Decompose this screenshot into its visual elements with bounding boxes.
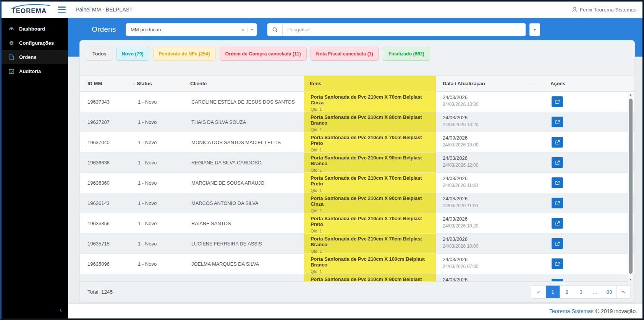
brand-footer-link[interactable]: Teorema Sistemas <box>549 308 594 314</box>
column-header-cliente[interactable]: Cliente <box>184 76 304 91</box>
menu-toggle-icon[interactable] <box>58 6 66 13</box>
cell-itens: Porta Sanfonada de Pvc 210cm X 80cm Belp… <box>304 112 436 132</box>
pagination-page-1[interactable]: 1 <box>545 286 560 298</box>
cell-id: 19637207 <box>80 112 130 132</box>
cell-cliente: RAIANE SANTOS <box>184 213 304 233</box>
chevron-down-icon: ▾ <box>534 28 536 32</box>
cell-itens: Porta Sanfonada de Pvc 210cm X 90cm Belp… <box>304 153 436 172</box>
filter-chip-novo[interactable]: Novo (79) <box>116 47 149 61</box>
external-link-icon <box>555 140 560 145</box>
total-count: Total: 1245 <box>87 289 113 295</box>
cell-itens: Porta Sanfonada de Pvc 210cm X 70cm Belp… <box>304 234 436 253</box>
sidebar: Dashboard ⚙ Configurações Ordens Aud <box>2 18 68 318</box>
pagination-page-83[interactable]: 83 <box>602 286 616 298</box>
top-bar: TEOREMA Painel MM - BELPLAST Fenix Teore… <box>2 2 642 18</box>
cell-acoes <box>543 254 634 274</box>
cell-cliente <box>184 274 304 282</box>
cell-acoes <box>543 173 634 193</box>
open-order-button[interactable] <box>552 198 563 208</box>
cell-acoes <box>543 213 634 233</box>
cell-acoes <box>543 234 634 253</box>
scroll-down-icon[interactable] <box>628 277 633 282</box>
open-order-button[interactable] <box>552 96 563 107</box>
gears-icon: ⚙ <box>8 41 15 45</box>
scrollbar-thumb[interactable] <box>629 99 633 274</box>
sidebar-item-auditoria[interactable]: Auditoria <box>2 64 68 78</box>
open-order-button[interactable] <box>552 117 563 127</box>
cell-id <box>80 274 130 282</box>
pagination-ellipsis: ... <box>588 286 602 298</box>
sort-icon[interactable] <box>529 81 531 86</box>
cell-data: 24/03/202624/03/2026 10:20 <box>436 213 543 233</box>
cell-itens: Porta Sanfonada de Pvc 210cm X 70cm Belp… <box>304 173 436 193</box>
column-header-data[interactable]: Data / Atualização <box>436 76 543 91</box>
sort-icon[interactable] <box>133 81 135 86</box>
cell-cliente: JOELMA MARQUES DA SILVA <box>184 254 304 274</box>
cell-status: 1 - Novo <box>130 92 184 112</box>
pagination-page-3[interactable]: 3 <box>574 286 588 298</box>
filter-chip-ordem-cancelada[interactable]: Ordem de Compra cancelada (11) <box>220 47 307 61</box>
external-link-icon <box>555 262 560 266</box>
user-menu[interactable]: Fenix Teorema Sistemas <box>572 7 636 13</box>
filter-chip-pendente-nfe[interactable]: Pendente de NFe (254) <box>153 47 216 61</box>
open-order-button[interactable] <box>552 238 563 249</box>
status-filter-bar: Todos Novo (79) Pendente de NFe (254) Or… <box>80 41 634 69</box>
table-row: 19636143 1 - Novo MARCOS ANTONIO DA SILV… <box>80 193 634 213</box>
sidebar-item-label: Configurações <box>19 40 54 46</box>
open-order-button[interactable] <box>552 258 563 269</box>
pagination-next-button[interactable]: » <box>616 286 630 298</box>
sidebar-item-label: Dashboard <box>19 26 45 32</box>
table-footer: Total: 1245 « 1 2 3 ... 83 » <box>80 281 634 302</box>
sort-icon[interactable] <box>186 81 188 86</box>
filter-chip-nota-cancelada[interactable]: Nota Fiscal cancelada (1) <box>311 47 379 61</box>
cell-cliente: MARCOS ANTONIO DA SILVA <box>184 193 304 213</box>
table-body: 19637343 1 - Novo CAROLINE ESTELA DE JES… <box>80 92 634 282</box>
cell-acoes <box>543 92 634 112</box>
sort-icon[interactable] <box>306 81 308 86</box>
external-link-icon <box>555 241 560 246</box>
chevron-down-icon: ▾ <box>248 28 253 32</box>
cell-itens: Porta Sanfonada de Pvc 210cm X 100cm Bel… <box>304 254 436 274</box>
cell-id: 19636636 <box>80 153 130 172</box>
cell-cliente: MARCIANE DE SOUSA ARAUJO <box>184 173 304 193</box>
cell-status: 1 - Novo <box>130 153 184 172</box>
filter-chip-finalizado[interactable]: Finalizado (662) <box>383 47 430 61</box>
search-bar <box>267 23 526 36</box>
open-order-button[interactable] <box>552 157 563 168</box>
file-icon <box>8 54 15 60</box>
sidebar-item-dashboard[interactable]: Dashboard <box>2 22 68 36</box>
person-icon <box>572 7 578 13</box>
cell-acoes <box>543 193 634 213</box>
scroll-up-icon[interactable] <box>628 92 633 97</box>
cell-status: 1 - Novo <box>130 213 184 233</box>
table-scrollbar[interactable] <box>628 92 633 282</box>
mm-filter-select[interactable]: MM producao × ▾ <box>126 23 257 36</box>
cell-id: 19635715 <box>80 234 130 253</box>
page-footer: Teorema Sistemas © 2019 inovação. <box>68 303 642 318</box>
copyright-text: © 2019 inovação. <box>595 308 637 314</box>
open-order-button[interactable] <box>552 137 563 148</box>
cell-data: 24/03/202624/03/2026 13:30 <box>436 92 543 112</box>
column-header-itens[interactable]: Itens <box>304 76 436 91</box>
user-name: Fenix Teorema Sistemas <box>580 7 636 13</box>
pagination-page-2[interactable]: 2 <box>560 286 574 298</box>
search-options-dropdown[interactable]: ▾ <box>529 23 540 36</box>
sidebar-item-label: Ordens <box>19 54 37 60</box>
clear-icon[interactable]: × <box>238 26 248 33</box>
sidebar-item-ordens[interactable]: Ordens <box>2 50 68 64</box>
collapse-sidebar-icon[interactable]: ‹ <box>60 307 62 312</box>
cell-itens: Porta Sanfonada de Pvc 210cm X 90cm Belp… <box>304 193 436 213</box>
cell-status <box>130 274 184 282</box>
search-input[interactable] <box>283 23 526 36</box>
table-row: 19637040 1 - Novo MONICA DOS SANTOS MACI… <box>80 132 634 153</box>
cell-cliente: THAIS DA SILVA SOUZA <box>184 112 304 132</box>
open-order-button[interactable] <box>552 218 563 229</box>
column-header-status[interactable]: Status <box>130 76 184 91</box>
table-row: 19636636 1 - Novo REGIANE DA SILVA CARDO… <box>80 153 634 173</box>
sidebar-item-configuracoes[interactable]: ⚙ Configurações <box>2 36 68 50</box>
column-header-id[interactable]: ID MM <box>80 76 130 91</box>
filter-chip-todos[interactable]: Todos <box>87 47 112 61</box>
pagination-prev-button[interactable]: « <box>531 286 545 298</box>
teorema-logo: TEOREMA <box>11 4 51 15</box>
open-order-button[interactable] <box>552 177 563 188</box>
